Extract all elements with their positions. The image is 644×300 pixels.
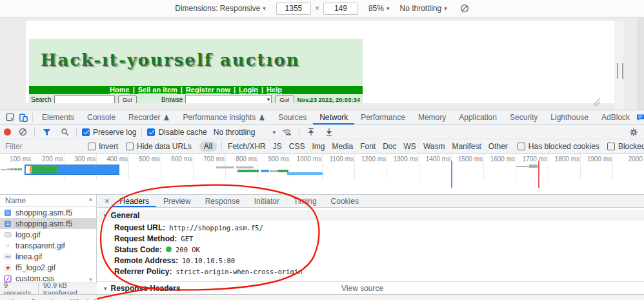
- field-value: strict-origin-when-cross-origin: [176, 268, 302, 275]
- viewport-corner-resize-handle[interactable]: [592, 99, 601, 108]
- disable-cache-label: Disable cache: [158, 128, 206, 137]
- general-section-header[interactable]: ▾ General: [97, 210, 644, 221]
- search-input[interactable]: [54, 95, 115, 104]
- viewport-size-group: ×: [276, 3, 358, 15]
- browse-go-button[interactable]: Go!: [275, 95, 294, 104]
- tab-performance-insights[interactable]: Performance insights: [176, 110, 272, 125]
- filter-type-media[interactable]: Media: [332, 142, 353, 151]
- close-details-icon[interactable]: ×: [101, 196, 113, 206]
- search-icon[interactable]: [58, 126, 71, 138]
- clear-icon[interactable]: [16, 126, 29, 138]
- tab-console[interactable]: Console: [81, 110, 122, 125]
- checkbox-unchecked-icon: [607, 143, 615, 150]
- tab-application[interactable]: Application: [452, 110, 503, 125]
- request-row[interactable]: linea.gif: [0, 251, 96, 262]
- network-toolbar: Preserve log Disable cache No throttling…: [0, 125, 644, 139]
- chevron-down-icon: ▾: [444, 5, 447, 12]
- tab-memory[interactable]: Memory: [412, 110, 452, 125]
- request-row[interactable]: f5_logo2.gif: [0, 262, 96, 273]
- response-headers-section-header[interactable]: ▾ Response Headers View source: [97, 281, 644, 294]
- viewport-resize-handle[interactable]: [617, 63, 623, 79]
- preserve-log-checkbox[interactable]: Preserve log: [82, 128, 136, 137]
- nav-separator: |: [230, 86, 239, 94]
- device-throttling-label: No throttling: [399, 4, 441, 13]
- request-name: shopping.asm.f5: [15, 208, 72, 217]
- tab-timing[interactable]: Timing: [287, 195, 324, 207]
- device-throttling-selector[interactable]: No throttling ▾: [399, 4, 447, 13]
- browse-select[interactable]: ▾: [185, 95, 272, 103]
- tab-sources[interactable]: Sources: [272, 110, 313, 125]
- hide-data-urls-checkbox[interactable]: Hide data URLs: [126, 142, 192, 151]
- request-row[interactable]: logo.gif: [0, 229, 96, 240]
- filter-type-img[interactable]: Img: [312, 142, 325, 151]
- tab-preview[interactable]: Preview: [156, 195, 198, 207]
- request-list-header[interactable]: Name: [0, 195, 96, 207]
- disable-cache-checkbox[interactable]: Disable cache: [147, 128, 206, 137]
- tab-initiator[interactable]: Initiator: [247, 195, 287, 207]
- filter-funnel-icon[interactable]: [40, 126, 53, 138]
- request-row[interactable]: transparent.gif: [0, 240, 96, 251]
- filter-type-font[interactable]: Font: [360, 142, 376, 151]
- filter-type-wasm[interactable]: Wasm: [423, 142, 445, 151]
- filter-type-ws[interactable]: WS: [404, 142, 416, 151]
- general-title: General: [111, 211, 140, 220]
- record-button[interactable]: [4, 128, 11, 135]
- blocked-requests-checkbox[interactable]: Blocked Requests: [607, 142, 644, 151]
- inspect-element-icon[interactable]: [4, 112, 17, 123]
- tab-adblock[interactable]: AdBlock: [595, 110, 636, 125]
- nav-link-login[interactable]: Login: [239, 86, 258, 94]
- timeline-tick: 1900 ms: [573, 155, 612, 163]
- nav-link-register[interactable]: Register now: [186, 86, 230, 94]
- request-row[interactable]: shopping.asm.f5: [0, 207, 96, 218]
- tab-performance[interactable]: Performance: [354, 110, 412, 125]
- tab-headers[interactable]: Headers: [113, 195, 156, 207]
- throttling-label: No throttling: [214, 128, 256, 137]
- waterfall-bar: [237, 170, 259, 172]
- request-list-scrollbar[interactable]: ▲ ▼: [87, 196, 94, 283]
- viewport-height-input[interactable]: [323, 3, 358, 15]
- tab-elements[interactable]: Elements: [35, 110, 81, 125]
- has-blocked-cookies-label: Has blocked cookies: [528, 142, 599, 151]
- filter-type-doc[interactable]: Doc: [383, 142, 396, 151]
- tab-recorder[interactable]: Recorder: [122, 110, 176, 125]
- nav-link-home[interactable]: Home: [110, 86, 130, 94]
- kebab-menu-icon[interactable]: ⋮: [9, 298, 16, 300]
- tab-response[interactable]: Response: [198, 195, 247, 207]
- console-messages-button[interactable]: 2: [636, 113, 644, 122]
- invert-checkbox[interactable]: Invert: [88, 142, 118, 151]
- waterfall-bar: [1, 169, 6, 170]
- zoom-selector[interactable]: 85% ▾: [368, 4, 390, 13]
- page-datetime: Nov.23 2022, 20:03:34: [297, 96, 360, 103]
- scroll-up-icon[interactable]: ▲: [88, 196, 94, 202]
- network-summary-bar: 9 requests 90.9 kB transferred: [0, 283, 97, 294]
- filter-type-manifest[interactable]: Manifest: [452, 142, 481, 151]
- export-har-icon[interactable]: [323, 126, 336, 138]
- import-har-icon[interactable]: [305, 126, 317, 138]
- network-overview-timeline[interactable]: 100 ms 200 ms 300 ms 400 ms 500 ms 600 m…: [0, 154, 644, 195]
- tab-security[interactable]: Security: [503, 110, 544, 125]
- nav-link-sell[interactable]: Sell an item: [138, 86, 177, 94]
- request-row-selected[interactable]: shopping.asm.f5: [0, 218, 96, 229]
- search-go-button[interactable]: Go!: [118, 95, 137, 104]
- tab-lighthouse[interactable]: Lighthouse: [544, 110, 595, 125]
- device-toolbar-toggle-icon[interactable]: [17, 112, 30, 123]
- viewport-width-input[interactable]: [276, 3, 311, 15]
- page-banner: Hack-ıt-yourself auctıon: [29, 39, 363, 86]
- tab-network[interactable]: Network: [313, 110, 354, 125]
- no-sign-icon[interactable]: [460, 4, 469, 13]
- filter-type-js[interactable]: JS: [273, 142, 282, 151]
- has-blocked-cookies-checkbox[interactable]: Has blocked cookies: [518, 142, 599, 151]
- tab-cookies[interactable]: Cookies: [324, 195, 366, 207]
- filter-type-fetch-xhr[interactable]: Fetch/XHR: [228, 142, 266, 151]
- throttling-selector[interactable]: No throttling ▾: [214, 128, 276, 137]
- nav-link-help[interactable]: Help: [267, 86, 282, 94]
- dimensions-selector[interactable]: Dimensions: Responsive ▾: [175, 4, 266, 13]
- filter-type-css[interactable]: CSS: [289, 142, 305, 151]
- filter-type-all[interactable]: All: [199, 141, 217, 152]
- network-conditions-icon[interactable]: [281, 126, 294, 138]
- filter-input[interactable]: [5, 142, 81, 151]
- view-source-link[interactable]: View source: [341, 284, 383, 293]
- filter-type-other[interactable]: Other: [488, 142, 508, 151]
- network-settings-gear-icon[interactable]: [627, 126, 640, 138]
- divider: [299, 128, 299, 137]
